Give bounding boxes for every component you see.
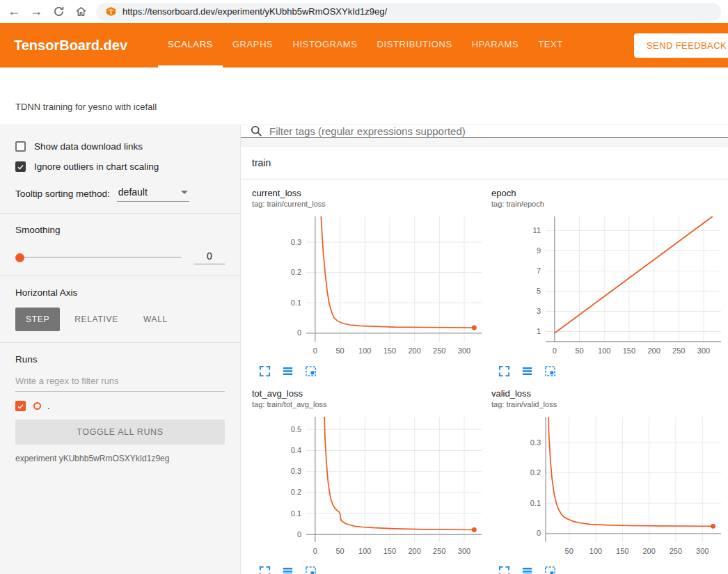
run-checkbox-checked-icon[interactable] bbox=[15, 401, 26, 411]
svg-text:0.3: 0.3 bbox=[530, 438, 541, 447]
experiment-header: TDNN training for yesno with icefall bbox=[0, 67, 728, 125]
svg-text:1: 1 bbox=[537, 327, 541, 335]
browser-chrome: ← → https://tensorboard.dev/experiment/y… bbox=[0, 0, 728, 23]
forward-icon[interactable]: → bbox=[29, 5, 43, 19]
smoothing-slider-row: 0 bbox=[15, 250, 225, 264]
svg-text:250: 250 bbox=[433, 346, 445, 355]
svg-text:50: 50 bbox=[565, 547, 573, 555]
tooltip-sorting-label: Tooltip sorting method: bbox=[15, 189, 110, 199]
axis-step-button[interactable]: STEP bbox=[15, 308, 60, 331]
svg-text:300: 300 bbox=[697, 346, 710, 355]
svg-text:0.1: 0.1 bbox=[530, 499, 541, 507]
tooltip-sorting-value: default bbox=[118, 186, 148, 198]
filter-tags-input[interactable] bbox=[269, 125, 718, 137]
tooltip-sorting-select[interactable]: default bbox=[117, 185, 189, 202]
smoothing-slider[interactable] bbox=[15, 257, 182, 258]
ignore-outliers-row[interactable]: Ignore outliers in chart scaling bbox=[15, 157, 225, 177]
divider bbox=[0, 213, 240, 214]
tab-scalars[interactable]: SCALARS bbox=[158, 23, 223, 67]
fit-domain-icon[interactable] bbox=[305, 365, 317, 377]
toggle-all-runs-button[interactable]: TOGGLE ALL RUNS bbox=[15, 420, 225, 445]
svg-text:250: 250 bbox=[433, 547, 445, 555]
refresh-icon[interactable] bbox=[52, 5, 65, 19]
run-color-swatch-icon bbox=[33, 402, 41, 410]
smoothing-slider-handle[interactable] bbox=[15, 253, 24, 262]
back-icon[interactable]: ← bbox=[7, 5, 21, 19]
runs-filter-input[interactable] bbox=[15, 376, 225, 386]
tab-graphs[interactable]: GRAPHS bbox=[223, 23, 283, 67]
expand-chart-icon[interactable] bbox=[498, 566, 510, 574]
chart-plot[interactable]: 0501001502002503001357911 bbox=[491, 212, 724, 360]
line-weight-icon[interactable] bbox=[282, 365, 294, 377]
section-title: train bbox=[252, 157, 271, 168]
svg-text:300: 300 bbox=[458, 346, 470, 355]
axis-relative-button[interactable]: RELATIVE bbox=[64, 308, 129, 331]
run-name: . bbox=[47, 401, 50, 411]
chart-toolbar bbox=[252, 360, 484, 378]
checkbox-unchecked-icon[interactable] bbox=[15, 141, 26, 152]
svg-text:0.5: 0.5 bbox=[291, 425, 301, 433]
run-row[interactable]: . bbox=[15, 401, 225, 411]
fit-domain-icon[interactable] bbox=[544, 566, 556, 574]
line-weight-icon[interactable] bbox=[521, 365, 533, 377]
sidebar: Show data download links Ignore outliers… bbox=[0, 125, 241, 574]
chart-toolbar bbox=[491, 360, 724, 378]
horizontal-axis-label: Horizontal Axis bbox=[15, 287, 225, 298]
svg-text:50: 50 bbox=[575, 346, 583, 355]
divider bbox=[0, 276, 240, 276]
chart-card-valid_loss: valid_losstag: train/valid_loss501001502… bbox=[491, 388, 724, 574]
horizontal-axis-buttons: STEP RELATIVE WALL bbox=[15, 308, 225, 331]
svg-text:0: 0 bbox=[313, 547, 317, 555]
svg-text:11: 11 bbox=[533, 226, 541, 234]
chart-title: epoch bbox=[491, 188, 724, 198]
ignore-outliers-label: Ignore outliers in chart scaling bbox=[34, 161, 159, 172]
svg-text:0.2: 0.2 bbox=[291, 488, 301, 496]
chart-grid: current_losstag: train/current_loss05010… bbox=[241, 180, 728, 574]
tab-histograms[interactable]: HISTOGRAMS bbox=[283, 23, 367, 67]
fit-domain-icon[interactable] bbox=[305, 566, 317, 574]
svg-text:200: 200 bbox=[408, 547, 420, 555]
search-icon bbox=[251, 125, 262, 137]
svg-text:0: 0 bbox=[537, 529, 541, 537]
expand-chart-icon[interactable] bbox=[498, 365, 510, 377]
home-icon[interactable] bbox=[74, 5, 88, 19]
show-download-links-row[interactable]: Show data download links bbox=[15, 136, 225, 157]
chart-plot[interactable]: 05010015020025030000.10.20.30.40.5 bbox=[252, 413, 484, 560]
chevron-down-icon bbox=[181, 191, 188, 194]
runs-filter-row bbox=[15, 374, 225, 392]
svg-text:0: 0 bbox=[297, 328, 301, 337]
section-train-header[interactable]: train bbox=[241, 147, 728, 180]
svg-text:50: 50 bbox=[335, 547, 344, 555]
svg-text:0: 0 bbox=[297, 530, 301, 539]
tab-distributions[interactable]: DISTRIBUTIONS bbox=[367, 23, 462, 67]
svg-text:0.2: 0.2 bbox=[530, 468, 541, 477]
chart-plot[interactable]: 5010015020025030000.10.20.3 bbox=[491, 413, 724, 560]
main-panel: train current_losstag: train/current_los… bbox=[241, 125, 728, 574]
send-feedback-button[interactable]: SEND FEEDBACK bbox=[634, 33, 728, 58]
chart-toolbar bbox=[252, 560, 484, 574]
svg-text:3: 3 bbox=[537, 307, 541, 315]
svg-text:250: 250 bbox=[670, 547, 682, 555]
chart-title: tot_avg_loss bbox=[252, 388, 484, 399]
fit-domain-icon[interactable] bbox=[544, 365, 556, 377]
line-weight-icon[interactable] bbox=[521, 566, 533, 574]
svg-text:100: 100 bbox=[358, 547, 371, 555]
chart-title: valid_loss bbox=[491, 388, 724, 399]
expand-chart-icon[interactable] bbox=[259, 365, 271, 377]
app-logo: TensorBoard.dev bbox=[14, 38, 127, 54]
expand-chart-icon[interactable] bbox=[259, 566, 271, 574]
divider bbox=[0, 342, 240, 343]
tooltip-sorting-row: Tooltip sorting method: default bbox=[15, 185, 225, 202]
line-weight-icon[interactable] bbox=[282, 566, 294, 574]
chart-tag: tag: train/epoch bbox=[491, 200, 724, 208]
tab-hparams[interactable]: HPARAMS bbox=[462, 23, 529, 67]
tab-text[interactable]: TEXT bbox=[528, 23, 573, 67]
checkbox-checked-icon[interactable] bbox=[15, 161, 26, 172]
svg-text:300: 300 bbox=[458, 547, 470, 555]
svg-text:200: 200 bbox=[642, 547, 655, 555]
axis-wall-button[interactable]: WALL bbox=[133, 308, 178, 331]
smoothing-value[interactable]: 0 bbox=[194, 250, 225, 264]
address-bar[interactable]: https://tensorboard.dev/experiment/yKUbh… bbox=[96, 3, 721, 21]
svg-text:0: 0 bbox=[553, 346, 557, 355]
chart-plot[interactable]: 05010015020025030000.10.20.3 bbox=[252, 212, 484, 360]
